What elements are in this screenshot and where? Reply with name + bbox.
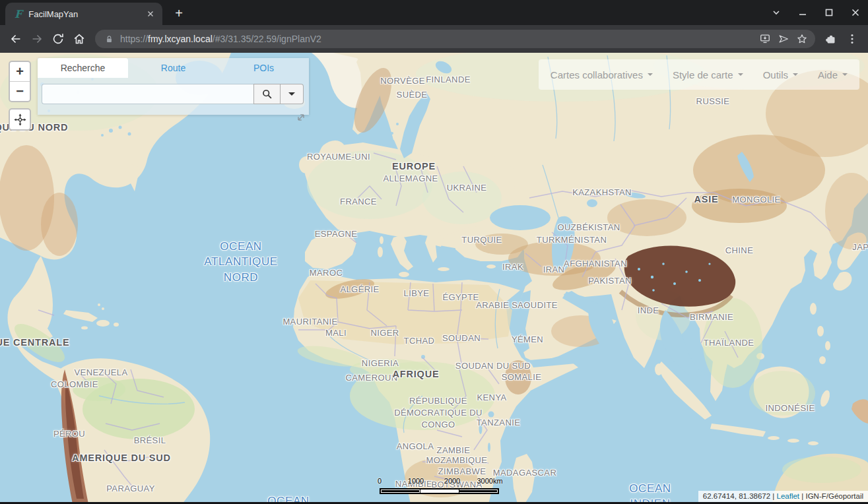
tiles-credit: IGN-F/Géoportail [805,492,863,500]
forward-icon[interactable] [26,28,48,49]
panel-resize-handle[interactable] [296,112,308,124]
map-canvas[interactable]: OCEAN ATLANTIQUE NORDOCEAN INDIENOCEANNO… [0,53,868,504]
search-icon [261,88,273,100]
site-favicon: F [15,8,22,20]
menu-style-de-carte[interactable]: Style de carte [673,69,743,80]
caret-down-icon [842,73,848,76]
search-panel: RechercheRoutePOIs [38,58,309,115]
browser-tab[interactable]: F FacilMapYan [5,3,162,25]
menu-aide[interactable]: Aide [818,69,848,80]
close-tab-icon[interactable] [144,7,157,20]
scale-tick: 3000km [477,477,502,485]
search-options-button[interactable] [281,84,304,104]
caret-down-icon [648,73,653,76]
url-text: https://fmy.lxcyan.local/#3/31.35/22.59/… [120,34,756,44]
search-button[interactable] [253,84,281,104]
tab-title: FacilMapYan [28,9,144,19]
search-row [42,84,304,104]
menu-cartes-collaboratives[interactable]: Cartes collaboratives [551,69,653,80]
caret-down-icon [793,73,798,76]
zoom-in-button[interactable]: + [10,62,30,82]
new-tab-button[interactable]: + [170,5,187,22]
scale-tick: 1000 [408,477,424,485]
address-bar[interactable]: https://fmy.lxcyan.local/#3/31.35/22.59/… [95,30,815,48]
maximize-icon[interactable] [820,4,838,21]
zoom-out-button[interactable]: − [10,82,30,101]
resize-diagonal-icon [296,112,306,123]
send-icon[interactable] [774,30,793,48]
window-controls [768,0,864,25]
zoom-control: + − [9,61,31,102]
tab-search-chevron-icon[interactable] [768,4,785,21]
locate-button[interactable] [9,108,31,131]
minimize-icon[interactable] [794,4,811,21]
tab-strip: F FacilMapYan + [0,0,868,25]
browser-window: F FacilMapYan + [0,0,868,504]
kebab-menu-icon[interactable] [842,28,863,49]
cursor-coordinates: 62.67414, 81.38672 [703,492,770,500]
home-icon[interactable] [69,28,90,49]
scale-tick: 2000 [444,477,460,485]
map-menubar: Cartes collaborativesStyle de carteOutil… [539,59,859,90]
search-input[interactable] [42,84,253,104]
leaflet-link[interactable]: Leaflet [777,492,800,500]
scale-bar-graphic [380,488,499,494]
menu-outils[interactable]: Outils [763,69,798,80]
scale-tick: 0 [378,477,382,485]
close-window-icon[interactable] [847,4,864,21]
map-tiles [0,53,868,504]
browser-toolbar: https://fmy.lxcyan.local/#3/31.35/22.59/… [0,25,868,53]
tab-route[interactable]: Route [128,58,218,78]
tab-recherche[interactable]: Recherche [38,58,128,78]
attribution: 62.67414, 81.38672 | Leaflet | IGN-F/Géo… [698,491,868,502]
tab-pois[interactable]: POIs [218,58,309,78]
reload-icon[interactable] [48,28,69,49]
lock-icon [103,33,115,45]
caret-down-icon [738,73,743,76]
back-icon[interactable] [5,28,26,49]
caret-down-icon [288,92,295,96]
crosshair-icon [14,113,26,126]
bookmark-star-icon[interactable] [793,30,811,48]
extensions-puzzle-icon[interactable] [820,28,842,49]
panel-tabs: RechercheRoutePOIs [38,58,309,78]
install-app-icon[interactable] [756,30,774,48]
